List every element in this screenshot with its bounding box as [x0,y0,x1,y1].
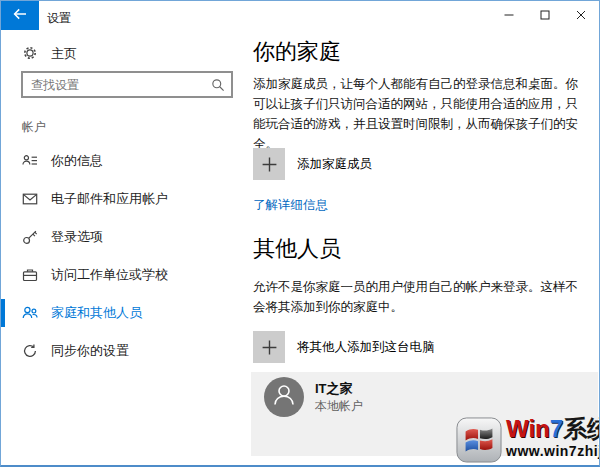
sidebar-item-your-info[interactable]: 你的信息 [1,142,241,180]
sidebar: 主页 帐户 你的信息 [1,30,241,465]
sidebar-item-label: 同步你的设置 [51,342,129,360]
watermark: Win7系统之家 www.win7zhijia.cn [456,417,600,467]
sidebar-item-family-other-people[interactable]: 家庭和其他人员 [1,294,241,332]
sidebar-item-label: 你的信息 [51,152,103,170]
plus-icon [253,148,285,180]
person-icon [264,375,304,419]
minimize-button[interactable] [491,1,527,30]
maximize-button[interactable] [527,1,563,30]
sidebar-item-label: 家庭和其他人员 [51,304,142,322]
watermark-brand: Win7系统之家 [506,417,600,441]
minimize-icon [503,7,515,25]
add-family-member-button[interactable]: 添加家庭成员 [253,148,372,180]
sidebar-nav: 你的信息 电子邮件和应用帐户 登录选项 [1,142,241,370]
search-input[interactable] [23,73,205,96]
learn-more-link[interactable]: 了解详细信息 [253,197,328,214]
close-button[interactable] [563,1,599,30]
settings-window: 设置 主页 [0,0,600,467]
maximize-icon [539,7,551,25]
gear-icon [22,45,38,64]
sidebar-home-label: 主页 [51,45,77,63]
watermark-text: Win7系统之家 www.win7zhijia.cn [506,417,600,458]
back-arrow-icon [12,6,28,26]
search-box [21,71,233,98]
user-info-icon [22,153,38,169]
sidebar-item-label: 登录选项 [51,228,103,246]
avatar [264,377,304,417]
main-content: 你的家庭 添加家庭成员，让每个人都能有自己的登录信息和桌面。你可以让孩子们只访问… [251,30,598,465]
add-other-user-button[interactable]: 将其他人添加到这台电脑 [253,331,435,363]
watermark-url: www.win7zhijia.cn [506,444,600,458]
people-icon [22,305,38,321]
user-name: IT之家 [315,380,353,398]
windows-flag-icon [456,417,502,467]
search-icon[interactable] [205,78,231,92]
sidebar-item-work-school[interactable]: 访问工作单位或学校 [1,256,241,294]
others-section-title: 其他人员 [253,234,341,264]
sidebar-item-sync-settings[interactable]: 同步你的设置 [1,332,241,370]
sidebar-item-email-accounts[interactable]: 电子邮件和应用帐户 [1,180,241,218]
user-account-type: 本地帐户 [315,398,363,415]
sidebar-item-signin-options[interactable]: 登录选项 [1,218,241,256]
close-icon [575,7,587,25]
sidebar-item-home[interactable]: 主页 [1,39,241,69]
add-family-member-label: 添加家庭成员 [297,156,372,173]
back-button[interactable] [1,1,39,30]
key-icon [22,229,38,245]
sidebar-item-label: 访问工作单位或学校 [51,266,168,284]
sidebar-group-label: 帐户 [22,119,46,136]
family-section-title: 你的家庭 [253,37,341,67]
sync-icon [22,343,38,359]
plus-icon [253,331,285,363]
window-title: 设置 [47,10,71,27]
others-section-description: 允许不是你家庭一员的用户使用自己的帐户来登录。这样不会将其添加到你的家庭中。 [253,277,585,317]
briefcase-icon [22,267,38,283]
family-section-description: 添加家庭成员，让每个人都能有自己的登录信息和桌面。你可以让孩子们只访问合适的网站… [253,74,585,154]
window-controls [491,1,599,30]
sidebar-item-label: 电子邮件和应用帐户 [51,190,168,208]
add-other-user-label: 将其他人添加到这台电脑 [297,339,435,356]
email-icon [22,191,38,207]
